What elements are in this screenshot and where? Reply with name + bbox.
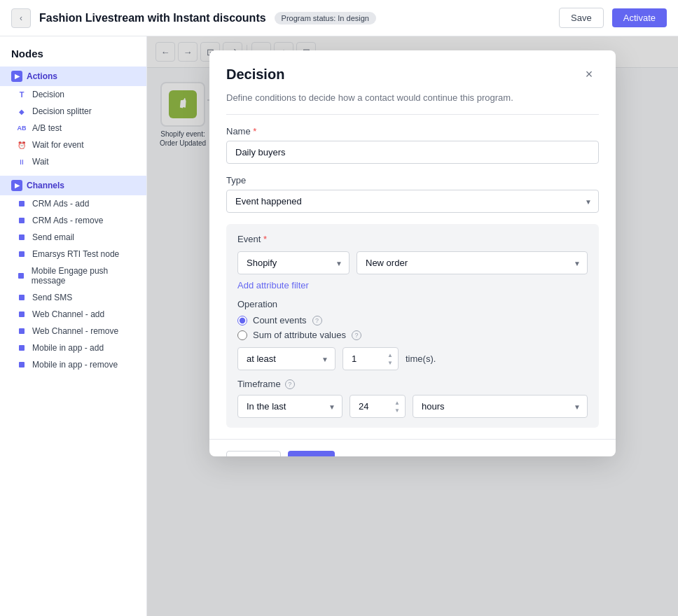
timeframe-period-select[interactable]: In the last In the next Today This week [237,395,343,418]
sidebar-item-web-channel-remove[interactable]: Web Channel - remove [0,323,146,340]
mobile-engage-icon [17,271,26,281]
decision-splitter-icon: ◆ [17,106,27,116]
sidebar-item-label: Web Channel - add [32,309,104,319]
decision-icon: T [17,90,27,99]
modal-close-button[interactable]: × [579,64,599,84]
operation-label: Operation [237,299,588,309]
modal-title: Decision [226,66,284,83]
event-required: * [263,234,267,244]
modal-footer: Cancel OK [209,439,616,456]
type-select[interactable]: Event happened Contact data Segment memb… [226,190,599,213]
event-selects-row: Shopify Emarsys Custom ▼ New order Order… [237,251,588,274]
count-events-radio[interactable]: Count events ? [237,315,588,326]
sidebar-item-decision[interactable]: T Decision [0,86,146,103]
count-number-arrows: ▲ ▼ [385,351,396,366]
sidebar-item-mobile-in-app-add[interactable]: Mobile in app - add [0,340,146,356]
crm-remove-icon [17,216,27,225]
sidebar-item-label: Decision splitter [32,106,92,116]
main-layout: Nodes ▶ Actions T Decision ◆ Decision sp… [0,36,678,616]
sidebar-item-decision-splitter[interactable]: ◆ Decision splitter [0,103,146,120]
count-up-button[interactable]: ▲ [385,351,396,358]
radio-group: Count events ? Sum of attribute values ? [237,315,588,340]
count-row: at least at most exactly more than less … [237,347,588,370]
sidebar-item-label: Emarsys RTI Test node [32,249,119,259]
sidebar-item-label: Decision [32,90,64,99]
modal-header: Decision × [209,50,616,92]
timeframe-period-wrapper: In the last In the next Today This week … [237,395,343,418]
name-group: Name * [226,126,599,164]
save-button[interactable]: Save [559,8,604,28]
timeframe-up-button[interactable]: ▲ [392,399,403,406]
email-icon [17,232,27,242]
sidebar-item-send-sms[interactable]: Send SMS [0,289,146,306]
sidebar-item-emarsys-rti[interactable]: Emarsys RTI Test node [0,246,146,262]
sum-attribute-label: Sum of attribute values [253,330,346,340]
back-icon: ‹ [20,13,22,23]
sidebar-item-label: Mobile Engage push message [32,266,135,286]
ok-button[interactable]: OK [288,451,335,456]
mobile-app-remove-icon [17,360,27,370]
count-events-info[interactable]: ? [312,316,322,326]
timeframe-info[interactable]: ? [285,379,295,389]
sidebar-item-send-email[interactable]: Send email [0,229,146,246]
sidebar-item-crm-ads-remove[interactable]: CRM Ads - remove [0,212,146,229]
mobile-app-add-icon [17,343,27,353]
sum-attribute-info[interactable]: ? [352,330,361,340]
page-title: Fashion Livestream with Instant discount… [39,12,266,24]
sidebar-item-wait-for-event[interactable]: ⏰ Wait for event [0,136,146,153]
sidebar-item-label: Wait for event [32,140,84,150]
cancel-button[interactable]: Cancel [226,451,281,456]
name-required: * [253,126,256,136]
sidebar-item-mobile-in-app-remove[interactable]: Mobile in app - remove [0,356,146,373]
web-add-icon [17,309,27,319]
sidebar-item-mobile-engage[interactable]: Mobile Engage push message [0,262,146,289]
sidebar-item-label: Web Channel - remove [32,326,118,336]
sidebar-item-label: Mobile in app - remove [32,360,118,370]
operator-select-wrapper: at least at most exactly more than less … [237,347,335,370]
sidebar-item-wait[interactable]: ⏸ Wait [0,153,146,170]
sidebar-item-label: CRM Ads - add [32,199,89,209]
modal-body: Name * Type Event happened Contact data [209,115,616,439]
operator-select[interactable]: at least at most exactly more than less … [237,347,335,370]
crm-add-icon [17,199,27,209]
sidebar-item-label: Wait [32,157,49,167]
event-section-label: Event * [237,234,588,244]
back-button[interactable]: ‹ [11,8,31,28]
timeframe-unit-select[interactable]: hours days weeks months [413,395,588,418]
sidebar-item-crm-ads-add[interactable]: CRM Ads - add [0,195,146,212]
event-source-select[interactable]: Shopify Emarsys Custom [237,251,350,274]
timeframe-down-button[interactable]: ▼ [392,407,403,414]
event-type-select[interactable]: New order Order updated Order cancelled [357,251,588,274]
timeframe-number-arrows: ▲ ▼ [392,399,403,414]
add-filter-link[interactable]: Add attribute filter [237,280,309,290]
name-label: Name * [226,126,599,136]
count-events-input[interactable] [237,316,247,326]
sum-attribute-radio[interactable]: Sum of attribute values ? [237,330,588,340]
timeframe-unit-wrapper: hours days weeks months ▼ [413,395,588,418]
wait-icon: ⏸ [17,157,27,167]
sidebar-item-label: CRM Ads - remove [32,216,103,225]
count-events-label: Count events [253,315,307,326]
operation-section: Operation Count events ? Sum of attribut… [237,299,588,370]
sidebar-item-ab-test[interactable]: AB A/B test [0,120,146,136]
type-select-wrapper: Event happened Contact data Segment memb… [226,190,599,213]
sms-icon [17,293,27,302]
event-section: Event * Shopify Emarsys Custom ▼ [226,224,599,428]
count-number-wrapper: ▲ ▼ [343,347,399,370]
activate-button[interactable]: Activate [612,8,667,27]
sidebar-item-web-channel-add[interactable]: Web Channel - add [0,306,146,323]
sum-attribute-input[interactable] [237,330,247,340]
sidebar-section-channels: ▶ Channels [0,176,146,195]
top-bar: ‹ Fashion Livestream with Instant discou… [0,0,678,36]
actions-section-label: Actions [27,71,57,81]
ab-test-icon: AB [17,123,27,133]
channels-section-label: Channels [27,181,64,190]
event-source-wrapper: Shopify Emarsys Custom ▼ [237,251,350,274]
canvas-area: ← → ⊡ ⇄ − + ⊞ Shopify event [147,36,678,616]
count-down-button[interactable]: ▼ [385,359,396,366]
sidebar-item-label: Send SMS [32,293,72,302]
name-input[interactable] [226,141,599,164]
emarsys-icon [17,249,27,259]
wait-event-icon: ⏰ [17,140,27,150]
modal-subtitle: Define conditions to decide how a contac… [209,92,616,114]
